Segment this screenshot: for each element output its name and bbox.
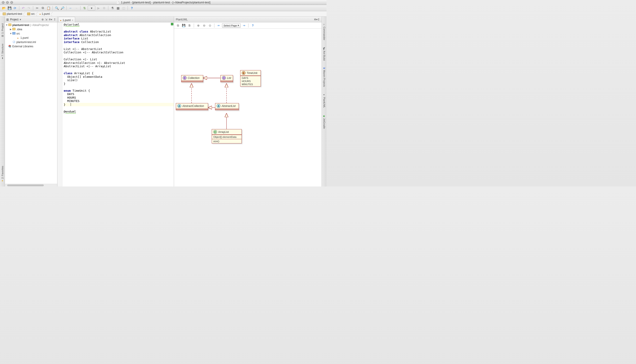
code-editor[interactable]: @startuml abstract class AbstractList ab… bbox=[58, 22, 174, 186]
collapse-icon[interactable]: ⇲ bbox=[45, 18, 47, 21]
editor-tabs: 1.puml × bbox=[58, 16, 174, 22]
close-tab-icon[interactable]: × bbox=[72, 19, 73, 22]
tree-idea[interactable]: ▶.idea bbox=[5, 27, 57, 32]
tree-iml[interactable]: Ⓙplantuml-test.iml bbox=[5, 40, 57, 44]
plantuml-toolbar: ⧉ 💾 🗎 ⊕ ⊖ ⊙ ⇐ Select Page▾ ⇒ ? bbox=[174, 22, 322, 29]
tab-structure[interactable]: ⬍7: Structure bbox=[1, 44, 4, 59]
uml-list[interactable]: IList bbox=[220, 75, 233, 82]
editor-tab-1puml[interactable]: 1.puml × bbox=[58, 17, 75, 22]
tab-maven[interactable]: mMaven Projects bbox=[323, 67, 326, 87]
zoom-out-button[interactable]: ⊖ bbox=[202, 23, 207, 28]
breadcrumb: plantuml-test src 1.puml bbox=[0, 11, 327, 16]
hide-icon[interactable]: ↧ bbox=[54, 18, 56, 21]
prev-page-button[interactable]: ⇐ bbox=[216, 23, 221, 28]
copy-button[interactable]: ⧉ bbox=[40, 6, 45, 10]
debug-button[interactable]: ⚙ bbox=[102, 6, 107, 10]
right-tool-strip: ⌂Commander 🐜Ant Build mMaven Projects ▸P… bbox=[322, 16, 327, 186]
save-diagram-button[interactable]: 💾 bbox=[181, 23, 186, 28]
run-config-combo[interactable]: ▾ bbox=[88, 6, 95, 10]
plantuml-hide-icon[interactable]: ↧ bbox=[318, 18, 320, 21]
tree-file-puml[interactable]: 1.puml bbox=[5, 36, 57, 40]
tab-jetgradle[interactable]: ◉JetGradle bbox=[323, 115, 326, 129]
locate-icon[interactable]: ⊕ bbox=[42, 18, 44, 21]
window-title: 1.puml - [plantuml-test] - plantuml-test… bbox=[0, 1, 327, 4]
find-button[interactable]: 🔍 bbox=[54, 6, 59, 10]
run-button[interactable]: ▶ bbox=[96, 6, 101, 10]
structure-button[interactable]: ▦ bbox=[116, 6, 121, 10]
panel-title: Project bbox=[10, 18, 19, 21]
tab-ant-build[interactable]: 🐜Ant Build bbox=[323, 47, 326, 60]
uml-arraylist[interactable]: CArrayList Object[] elementData size() bbox=[212, 129, 242, 144]
build-button[interactable]: ⇅ bbox=[82, 6, 87, 10]
plantuml-title: PlantUML bbox=[176, 18, 188, 21]
coverage-button[interactable]: ⚗ bbox=[110, 6, 115, 10]
cut-button[interactable]: ✂ bbox=[35, 6, 40, 10]
diff-button[interactable]: ◫ bbox=[121, 6, 126, 10]
uml-timeunit[interactable]: ETimeUnit DAYS HOURS MINUTES bbox=[240, 70, 261, 86]
horizontal-scrollbar[interactable] bbox=[5, 184, 57, 186]
code-content[interactable]: @startuml abstract class AbstractList ab… bbox=[58, 22, 174, 113]
project-tree[interactable]: ▼ plantuml-test (~/IdeaProjects/ ▶.idea … bbox=[5, 22, 57, 184]
main-toolbar: 📂 💾 ⟳ ↶ ↷ ✂ ⧉ 📋 🔍 🔎 ← → ⇅ ▾ ▶ ⚙ ⚗ ▦ ◫ ? bbox=[0, 5, 327, 11]
document-icon bbox=[116, 1, 120, 4]
tab-commander[interactable]: ⌂Commander bbox=[323, 23, 326, 40]
redo-button[interactable]: ↷ bbox=[27, 6, 32, 10]
panel-title-icon: ▥ bbox=[6, 18, 9, 21]
tree-root[interactable]: ▼ plantuml-test (~/IdeaProjects/ bbox=[5, 23, 57, 27]
uml-diagram[interactable]: ICollection IList ETimeUnit DAYS HOURS M… bbox=[174, 29, 322, 186]
file-icon bbox=[60, 18, 62, 22]
settings-icon[interactable]: ✲▾ bbox=[49, 18, 52, 21]
tree-src[interactable]: ▼src bbox=[5, 32, 57, 36]
tree-extlib[interactable]: 📚External Libraries bbox=[5, 44, 57, 48]
editor-area: 1.puml × @startuml abstract class Abstra… bbox=[58, 16, 174, 186]
project-panel-header: ▥ Project ▾ ⊕ ⇲ ✲▾ ↧ bbox=[5, 16, 57, 22]
uml-abstractcollection[interactable]: AAbstractCollection bbox=[176, 103, 208, 110]
select-page-combo[interactable]: Select Page▾ bbox=[222, 23, 241, 28]
dropdown-icon[interactable]: ▾ bbox=[20, 18, 21, 21]
plantuml-help-button[interactable]: ? bbox=[250, 23, 255, 28]
chevron-down-icon: ▾ bbox=[238, 24, 239, 27]
plantuml-header: PlantUML ✲▾ ↧ bbox=[174, 16, 322, 22]
crumb-project[interactable]: plantuml-test bbox=[1, 12, 25, 16]
open-file-button[interactable]: 📂 bbox=[1, 6, 6, 10]
save-button[interactable]: 💾 bbox=[7, 6, 12, 10]
window-controls[interactable] bbox=[0, 1, 13, 4]
left-tool-strip: ▥1: Project ⬍7: Structure ★2: Favorites bbox=[0, 16, 5, 186]
paste-button[interactable]: 📋 bbox=[46, 6, 51, 10]
project-tool-window: ▥ Project ▾ ⊕ ⇲ ✲▾ ↧ ▼ plantuml-test (~/… bbox=[5, 16, 58, 186]
copy-diagram-button[interactable]: ⧉ bbox=[175, 23, 180, 28]
back-button[interactable]: ← bbox=[68, 6, 73, 10]
zoom-reset-button[interactable]: ⊙ bbox=[207, 23, 212, 28]
zoom-window-button[interactable] bbox=[10, 1, 13, 4]
window-titlebar: 1.puml - [plantuml-test] - plantuml-test… bbox=[0, 0, 327, 5]
inspection-status-icon[interactable] bbox=[171, 23, 173, 25]
zoom-in-button[interactable]: ⊕ bbox=[196, 23, 201, 28]
minimize-window-button[interactable] bbox=[6, 1, 9, 4]
uml-abstractlist[interactable]: AAbstractList bbox=[215, 103, 239, 110]
uml-collection[interactable]: ICollection bbox=[181, 75, 203, 82]
plantuml-settings-icon[interactable]: ✲▾ bbox=[314, 18, 318, 21]
editor-gutter bbox=[58, 22, 62, 186]
next-page-button[interactable]: ⇒ bbox=[242, 23, 246, 28]
forward-button[interactable]: → bbox=[74, 6, 79, 10]
sync-button[interactable]: ⟳ bbox=[13, 6, 18, 10]
crumb-src[interactable]: src bbox=[25, 12, 38, 16]
tab-favorites[interactable]: ★2: Favorites bbox=[1, 166, 4, 182]
export-diagram-button[interactable]: 🗎 bbox=[187, 23, 192, 28]
tab-plantuml[interactable]: ▸PlantUML bbox=[323, 94, 326, 108]
text-caret bbox=[71, 103, 71, 106]
tab-project[interactable]: ▥1: Project bbox=[1, 23, 4, 37]
help-button[interactable]: ? bbox=[129, 6, 134, 10]
plantuml-tool-window: PlantUML ✲▾ ↧ ⧉ 💾 🗎 ⊕ ⊖ ⊙ ⇐ Select Page▾… bbox=[174, 16, 322, 186]
undo-button[interactable]: ↶ bbox=[21, 6, 26, 10]
replace-button[interactable]: 🔎 bbox=[60, 6, 65, 10]
close-window-button[interactable] bbox=[2, 1, 5, 4]
crumb-file[interactable]: 1.puml bbox=[38, 12, 53, 16]
